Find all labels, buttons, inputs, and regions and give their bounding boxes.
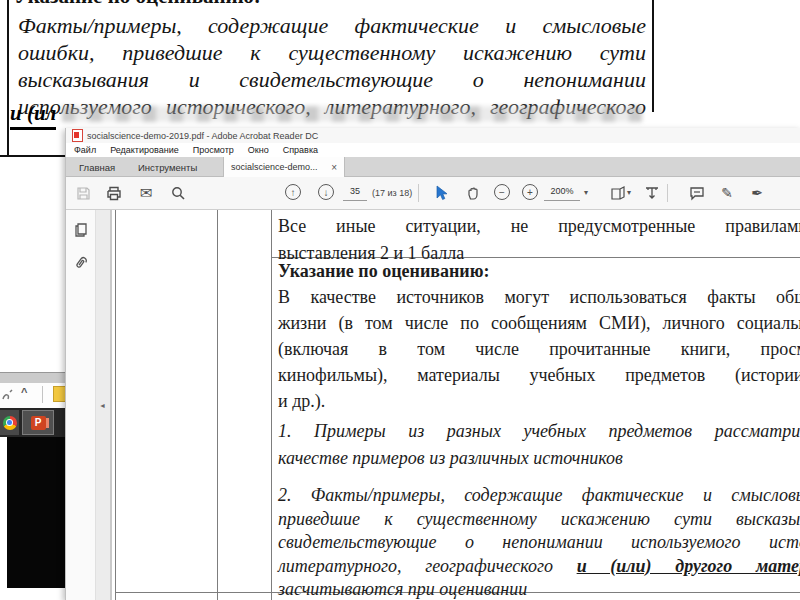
menu-file[interactable]: Файл — [74, 145, 96, 155]
acrobat-file-icon — [72, 129, 83, 142]
pdf-line: (включая в том числе прочитанные книги, … — [278, 336, 800, 362]
pdf-line: жизни (в том числе по сообщениям СМИ), л… — [278, 310, 800, 336]
bg-table-border-bottom — [0, 155, 66, 157]
menu-window[interactable]: Окно — [248, 145, 269, 155]
pdf-item1-block: 1. Примеры из разных учебных предметов р… — [278, 418, 800, 472]
black-region — [7, 437, 65, 588]
acrobat-window: socialscience-demo-2019.pdf - Adobe Acro… — [65, 128, 800, 600]
tray-divider — [42, 386, 43, 403]
zoom-out-button[interactable]: − — [494, 184, 510, 200]
tab-bar: Главная Инструменты socialscience-demo..… — [66, 157, 800, 177]
screen: Указание по оцениванию: Факты/примеры, с… — [0, 0, 800, 600]
bg-bold-fragment: и (ил — [10, 101, 56, 130]
pdf-guidance-block: Указание по оцениванию: В качестве источ… — [278, 258, 800, 414]
pdf-line: приведшие к существенному искажению сути… — [278, 508, 800, 532]
toolbar-separator — [418, 184, 419, 202]
tab-document-label: socialscience-demo... — [231, 162, 318, 172]
table-rule — [115, 210, 116, 600]
zoom-in-button[interactable]: + — [522, 184, 538, 200]
toolbar: ✉ ↑ ↓ 35 (17 из 18) − + 200% ▾ ▾ — [66, 177, 800, 210]
zoom-caret-icon[interactable]: ▾ — [584, 188, 588, 197]
highlight-button[interactable]: ✎ — [718, 184, 736, 202]
fill-sign-button[interactable]: ✒ — [748, 184, 766, 202]
taskbar-powerpoint-button[interactable]: P — [22, 410, 54, 435]
attachments-icon[interactable] — [73, 256, 89, 272]
pdf-line-plain-part: литературного, географического — [278, 556, 553, 576]
taskbar-tray-strip: ^ — [0, 383, 67, 408]
window-edge-bar — [0, 372, 67, 383]
tab-document-active[interactable]: socialscience-demo... × — [223, 157, 345, 177]
bg-line: ошибки, приведшие к существенному искаже… — [18, 39, 646, 66]
tab-close-icon[interactable]: × — [331, 162, 337, 173]
navigation-sidebar — [66, 210, 96, 600]
pdf-page: Все иные ситуации, не предусмотренные пр… — [112, 210, 800, 600]
pdf-line: 1. Примеры из разных учебных предметов р… — [278, 418, 800, 445]
save-button[interactable] — [74, 184, 92, 202]
page-fit-caret-icon[interactable]: ▾ — [627, 188, 631, 197]
powerpoint-icon: P — [31, 416, 46, 430]
page-number-field[interactable]: 35 — [343, 186, 367, 201]
menu-view[interactable]: Просмотр — [193, 145, 234, 155]
chrome-icon — [3, 416, 17, 430]
page-count-label: (17 из 18) — [372, 188, 412, 198]
menu-help[interactable]: Справка — [283, 145, 318, 155]
pdf-line-mixed: литературного, географического и (или) д… — [278, 555, 800, 579]
comment-button[interactable] — [688, 184, 706, 202]
bg-line: высказывания и свидетельствующие о непон… — [18, 66, 646, 93]
pdf-line: В качестве источников могут использовать… — [278, 284, 800, 310]
pdf-line: и др.). — [278, 388, 800, 414]
document-area: ◄ Все иные ситуации, не предусмотренные … — [66, 210, 800, 600]
tab-tools[interactable]: Инструменты — [138, 157, 197, 177]
window-title: socialscience-demo-2019.pdf - Adobe Acro… — [87, 131, 318, 141]
pdf-line-bold-part: и (или) другого матер — [577, 556, 800, 576]
search-button[interactable] — [169, 184, 187, 202]
pdf-line: 2. Факты/примеры, содержащие фактические… — [278, 484, 800, 508]
table-rule — [271, 210, 272, 600]
panel-collapse-strip[interactable]: ◄ — [96, 210, 110, 600]
email-button[interactable]: ✉ — [137, 184, 155, 202]
pdf-line: Все иные ситуации, не предусмотренные пр… — [278, 213, 800, 240]
menu-bar: Файл Редактирование Просмотр Окно Справк… — [66, 143, 800, 157]
title-bar[interactable]: socialscience-demo-2019.pdf - Adobe Acro… — [66, 128, 800, 143]
pdf-line: засчитываются при оценивании — [278, 578, 800, 600]
taskbar-chrome-button[interactable] — [0, 410, 19, 435]
bg-table-border-left — [7, 0, 9, 155]
table-rule — [217, 210, 218, 600]
bg-text-block: Факты/примеры, содержащие фактические и … — [18, 12, 646, 120]
windows-taskbar: P — [0, 408, 67, 437]
desktop-corner: ^ P — [0, 372, 67, 600]
page-fit-button[interactable] — [609, 184, 627, 202]
collapse-panel-icon[interactable]: ◄ — [99, 402, 106, 409]
menu-edit[interactable]: Редактирование — [110, 145, 179, 155]
zoom-level-field[interactable]: 200% — [544, 186, 580, 201]
pdf-guidance-heading: Указание по оцениванию: — [278, 258, 800, 284]
pdf-item2-block: 2. Факты/примеры, содержащие фактические… — [278, 484, 800, 600]
next-page-button[interactable]: ↓ — [318, 184, 334, 200]
tab-home[interactable]: Главная — [79, 157, 115, 177]
scroll-mode-button[interactable] — [643, 184, 661, 202]
page-thumbnails-icon[interactable] — [73, 222, 89, 238]
print-button[interactable] — [105, 184, 123, 202]
show-hidden-icons-chevron[interactable]: ^ — [21, 386, 27, 398]
toolbar-separator — [667, 184, 668, 202]
previous-page-button[interactable]: ↑ — [285, 184, 301, 200]
blurred-text-artifact — [62, 106, 642, 122]
select-tool-button[interactable] — [432, 184, 450, 202]
partial-pen-icon — [1, 388, 15, 406]
hand-tool-button[interactable] — [464, 184, 482, 202]
pdf-line: качестве примеров из различных источнико… — [278, 445, 800, 472]
pdf-line: свидетельствующие о непонимании использу… — [278, 531, 800, 555]
bg-clipped-heading: Указание по оцениванию: — [14, 0, 261, 9]
bg-table-border-right — [652, 0, 654, 112]
pdf-line: кинофильмы), материалы учебных предметов… — [278, 362, 800, 388]
bg-line: Факты/примеры, содержащие фактические и … — [18, 12, 646, 39]
